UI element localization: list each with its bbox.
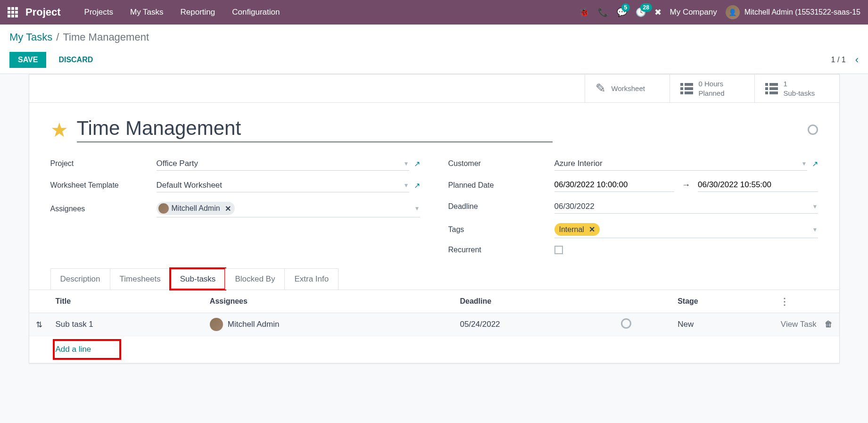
row-deadline[interactable]: 05/24/2022 — [453, 313, 614, 336]
project-field[interactable]: Office Party▼ — [157, 157, 409, 171]
caret-down-icon: ▼ — [802, 160, 807, 167]
project-label: Project — [50, 159, 157, 168]
messaging-icon[interactable]: 💬5 — [617, 7, 627, 17]
kanban-state-icon[interactable] — [808, 124, 818, 135]
messaging-badge: 5 — [621, 3, 630, 12]
stat-subtasks-value: 1 — [784, 79, 815, 89]
activities-icon[interactable]: 🕓28 — [636, 7, 646, 17]
remove-chip-icon[interactable]: ✕ — [225, 204, 231, 213]
row-title[interactable]: Sub task 1 — [49, 313, 203, 336]
tab-blocked-by[interactable]: Blocked By — [225, 268, 285, 290]
stat-subtasks-label: Sub-tasks — [784, 89, 815, 98]
pager: 1 / 1 ‹ — [831, 54, 859, 66]
nav-item-reporting[interactable]: Reporting — [172, 8, 224, 17]
star-icon[interactable]: ★ — [50, 118, 68, 141]
planned-date-start[interactable]: 06/30/2022 10:00:00 — [554, 178, 675, 192]
stat-hours-label: Planned — [699, 89, 725, 98]
nav-menu: Projects My Tasks Reporting Configuratio… — [76, 8, 289, 17]
discard-button[interactable]: DISCARD — [50, 52, 101, 68]
planned-date-end[interactable]: 06/30/2022 10:55:00 — [698, 178, 818, 192]
tag-chip-label: Internal — [559, 225, 584, 234]
nav-right: 🐞 📞 💬5 🕓28 ✖ My Company 👤 Mitchell Admin… — [579, 5, 861, 19]
external-link-icon[interactable]: ↗ — [812, 159, 818, 168]
save-button[interactable]: SAVE — [9, 52, 46, 68]
stat-hours-value: 0 Hours — [699, 79, 725, 89]
deadline-field[interactable]: 06/30/2022▼ — [554, 199, 818, 214]
table-row[interactable]: ⇅ Sub task 1 Mitchell Admin 05/24/2022 N… — [29, 313, 839, 336]
assignee-chip: Mitchell Admin ✕ — [157, 202, 235, 215]
apps-icon[interactable] — [8, 7, 18, 17]
caret-down-icon: ▼ — [404, 182, 409, 189]
nav-item-projects[interactable]: Projects — [76, 8, 122, 17]
tag-chip: Internal ✕ — [554, 223, 600, 236]
add-line-link[interactable]: Add a line — [56, 345, 91, 354]
recurrent-label: Recurrent — [448, 246, 554, 254]
customer-field[interactable]: Azure Interior▼ — [554, 157, 807, 171]
arrow-right-icon: → — [682, 180, 690, 190]
breadcrumb-parent[interactable]: My Tasks — [9, 31, 52, 43]
view-task-link[interactable]: View Task — [781, 320, 817, 329]
stat-hours-planned[interactable]: 0 Hours Planned — [670, 75, 754, 102]
stat-subtasks[interactable]: 1 Sub-tasks — [754, 75, 839, 102]
assignees-field[interactable]: Mitchell Admin ✕ ▼ — [157, 200, 420, 217]
avatar-icon — [158, 203, 169, 214]
stat-worksheet[interactable]: ✎ Worksheet — [585, 75, 670, 102]
stat-buttons: ✎ Worksheet 0 Hours Planned 1 Sub-tasks — [29, 75, 839, 103]
caret-down-icon: ▼ — [414, 205, 420, 212]
tab-sub-tasks[interactable]: Sub-tasks — [170, 268, 226, 290]
nav-item-my-tasks[interactable]: My Tasks — [122, 8, 172, 17]
tags-label: Tags — [448, 225, 554, 234]
tabs: Description Timesheets Sub-tasks Blocked… — [29, 268, 839, 290]
tools-icon[interactable]: ✖ — [654, 7, 661, 17]
recurrent-checkbox[interactable] — [554, 246, 563, 254]
bug-icon[interactable]: 🐞 — [579, 7, 589, 17]
col-stage: Stage — [671, 290, 773, 313]
deadline-label: Deadline — [448, 202, 554, 211]
nav-item-configuration[interactable]: Configuration — [223, 8, 288, 17]
activities-badge: 28 — [640, 3, 652, 12]
tags-field[interactable]: Internal ✕ ▼ — [554, 221, 818, 238]
external-link-icon[interactable]: ↗ — [414, 181, 420, 190]
row-stage[interactable]: New — [671, 313, 773, 336]
assignee-chip-label: Mitchell Admin — [172, 204, 220, 213]
pencil-icon: ✎ — [595, 81, 606, 96]
pager-value[interactable]: 1 / 1 — [831, 56, 846, 64]
worksheet-template-label: Worksheet Template — [50, 181, 157, 190]
caret-down-icon: ▼ — [404, 160, 409, 167]
drag-handle-icon[interactable]: ⇅ — [29, 313, 49, 336]
form-sheet: ✎ Worksheet 0 Hours Planned 1 Sub-tasks — [29, 74, 840, 364]
avatar-icon — [210, 318, 223, 331]
user-menu[interactable]: 👤 Mitchell Admin (15531522-saas-15 — [726, 5, 860, 19]
tab-description[interactable]: Description — [50, 268, 110, 290]
trash-icon[interactable]: 🗑 — [825, 320, 833, 329]
planned-date-label: Planned Date — [448, 181, 554, 190]
col-title: Title — [49, 290, 203, 313]
app-brand[interactable]: Project — [25, 6, 61, 18]
customer-label: Customer — [448, 159, 554, 168]
pager-prev-icon[interactable]: ‹ — [855, 54, 859, 66]
breadcrumb-separator: / — [56, 31, 59, 43]
breadcrumb: My Tasks / Time Management — [9, 31, 859, 43]
kanban-state-icon[interactable] — [621, 318, 631, 329]
breadcrumb-current: Time Management — [63, 31, 149, 43]
worksheet-template-field[interactable]: Default Worksheet▼ — [157, 178, 409, 192]
columns-menu-icon[interactable]: ⋮ — [780, 296, 789, 307]
tab-timesheets[interactable]: Timesheets — [110, 268, 171, 290]
list-icon — [680, 83, 693, 94]
list-icon — [765, 83, 778, 94]
remove-tag-icon[interactable]: ✕ — [589, 225, 595, 234]
external-link-icon[interactable]: ↗ — [414, 159, 420, 168]
caret-down-icon: ▼ — [812, 203, 818, 210]
company-switcher[interactable]: My Company — [670, 8, 717, 17]
assignees-label: Assignees — [50, 205, 157, 213]
tab-extra-info[interactable]: Extra Info — [284, 268, 339, 290]
caret-down-icon: ▼ — [812, 226, 818, 233]
stat-worksheet-label: Worksheet — [612, 84, 645, 93]
phone-icon[interactable]: 📞 — [598, 7, 608, 17]
top-navbar: Project Projects My Tasks Reporting Conf… — [0, 0, 868, 25]
task-title-input[interactable]: Time Management — [77, 117, 553, 142]
col-deadline: Deadline — [453, 290, 614, 313]
user-name: Mitchell Admin (15531522-saas-15 — [744, 8, 860, 17]
row-assignee: Mitchell Admin — [228, 320, 280, 329]
col-assignees: Assignees — [203, 290, 454, 313]
